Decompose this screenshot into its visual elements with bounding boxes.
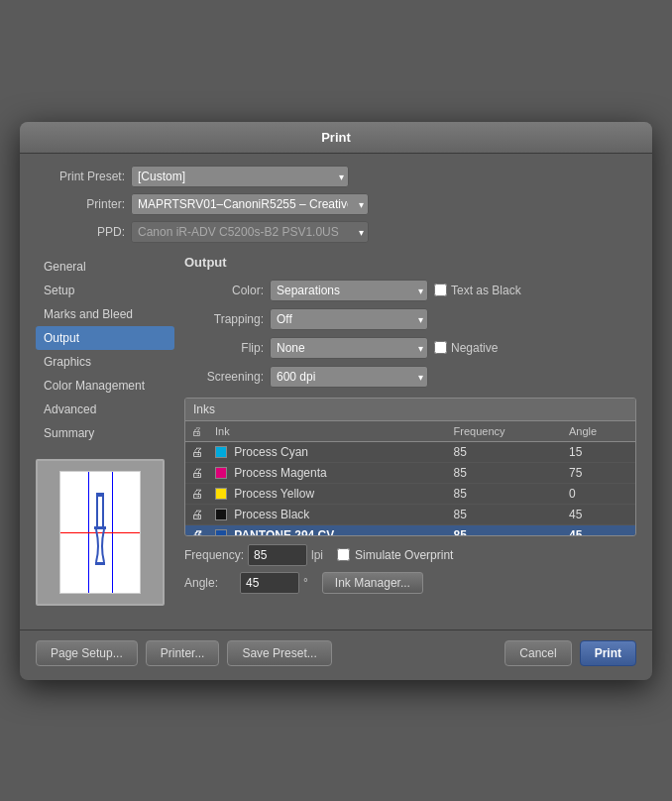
printer-button[interactable]: Printer... [146,640,220,666]
body-area: General Setup Marks and Bleed Output Gra… [36,255,636,606]
panel-title: Output [184,255,636,270]
angle-unit: ° [303,576,308,590]
save-preset-button[interactable]: Save Preset... [227,640,331,666]
angle-input[interactable] [240,572,299,594]
print-button[interactable]: Print [580,640,636,666]
ink-angle: 45 [563,504,635,524]
svg-rect-4 [95,562,105,565]
simulate-overprint-checkbox[interactable] [337,548,350,561]
inks-table-wrapper[interactable]: 🖨 Ink Frequency Angle 🖨 Process Cya [185,421,635,535]
simulate-overprint-label: Simulate Overprint [355,548,453,562]
ink-frequency: 85 [448,504,563,524]
print-preset-row: Print Preset: [Custom] [36,166,636,187]
ink-frequency: 85 [448,483,563,504]
output-fields: Color: Separations Text as Black [184,280,636,388]
printer-select[interactable]: MAPRTSRV01–CanoniR5255 – Creative [131,193,369,215]
print-dialog: Print Print Preset: [Custom] Printer: MA… [20,122,652,680]
page-setup-button[interactable]: Page Setup... [36,640,138,666]
color-row: Color: Separations Text as Black [184,280,636,301]
ink-angle: 0 [563,483,635,504]
sidebar-item-summary[interactable]: Summary [36,421,174,445]
right-panel: Output Color: Separations Text a [184,255,636,606]
ink-manager-button[interactable]: Ink Manager... [322,572,423,594]
sidebar-item-advanced[interactable]: Advanced [36,398,174,421]
color-select[interactable]: Separations [270,280,428,301]
inks-section: Inks 🖨 Ink Frequency Angle [184,398,636,536]
frequency-inline: Frequency: lpi [184,544,323,566]
text-as-black-checkbox[interactable] [434,284,447,296]
frequency-label: Frequency: [184,548,244,562]
screening-select-wrapper: 600 dpi [270,366,428,388]
sidebar-item-color-management[interactable]: Color Management [36,374,174,398]
negative-label[interactable]: Negative [434,341,498,355]
svg-rect-0 [96,493,104,497]
col-ink-header: Ink [209,421,448,442]
main-content: Print Preset: [Custom] Printer: MAPRTSRV… [20,154,652,614]
col-frequency-header: Frequency [448,421,563,442]
sidebar-item-graphics[interactable]: Graphics [36,350,174,374]
print-preview [36,459,165,606]
negative-checkbox[interactable] [434,341,447,354]
angle-label: Angle: [184,576,218,590]
ink-row[interactable]: 🖨 PANTONE 294 CV 85 45 [185,524,635,535]
sidebar-item-output[interactable]: Output [36,326,174,350]
trapping-select[interactable]: Off [270,308,428,330]
title-bar: Print [20,122,652,154]
ink-name: Process Yellow [209,483,448,504]
ppd-row: PPD: Canon iR-ADV C5200s-B2 PSV1.0US [36,221,636,243]
btn-group-left: Page Setup... Printer... Save Preset... [36,640,332,666]
ink-row[interactable]: 🖨 Process Black 85 45 [185,504,635,524]
angle-inline: Angle: ° [184,572,308,594]
flip-label: Flip: [184,341,264,355]
inks-table: 🖨 Ink Frequency Angle 🖨 Process Cya [185,421,635,535]
trapping-row: Trapping: Off [184,308,636,330]
ppd-select[interactable]: Canon iR-ADV C5200s-B2 PSV1.0US [131,221,369,243]
angle-inkmanager-area: Angle: ° Ink Manager... [184,572,636,594]
ink-row[interactable]: 🖨 Process Magenta 85 75 [185,462,635,483]
ink-swatch [215,446,227,458]
ink-swatch [215,529,227,534]
frequency-input[interactable] [248,544,307,566]
ink-row[interactable]: 🖨 Process Cyan 85 15 [185,441,635,462]
btn-group-right: Cancel Print [504,640,636,666]
ink-swatch [215,509,227,520]
ink-swatch [215,488,227,500]
ink-print-icon: 🖨 [185,504,209,524]
preview-page [59,471,141,594]
svg-rect-1 [96,497,98,526]
printer-wrapper: MAPRTSRV01–CanoniR5255 – Creative [131,193,369,215]
col-print-icon: 🖨 [185,421,209,442]
bottom-buttons: Page Setup... Printer... Save Preset... … [20,629,652,680]
print-preset-label: Print Preset: [36,170,125,183]
cancel-button[interactable]: Cancel [504,640,571,666]
sidebar-item-setup[interactable]: Setup [36,279,174,302]
flip-select[interactable]: None [270,337,428,359]
ink-frequency: 85 [448,462,563,483]
flip-row: Flip: None Negative [184,337,636,359]
ink-print-icon: 🖨 [185,483,209,504]
ink-row[interactable]: 🖨 Process Yellow 85 0 [185,483,635,504]
ink-name: Process Black [209,504,448,524]
svg-rect-2 [102,497,104,526]
freq-angle-area: Frequency: lpi Simulate Overprint [184,544,636,566]
preview-inner [38,461,163,604]
trapping-select-wrapper: Off [270,308,428,330]
ink-print-icon: 🖨 [185,524,209,535]
svg-rect-3 [94,526,106,529]
print-preset-select[interactable]: [Custom] [131,166,349,187]
ink-name: Process Magenta [209,462,448,483]
sidebar: General Setup Marks and Bleed Output Gra… [36,255,174,606]
trapping-label: Trapping: [184,312,264,326]
ink-angle: 45 [563,524,635,535]
text-as-black-label[interactable]: Text as Black [434,284,521,297]
sidebar-item-marks-and-bleed[interactable]: Marks and Bleed [36,302,174,326]
ink-angle: 75 [563,462,635,483]
ink-print-icon: 🖨 [185,441,209,462]
sidebar-item-general[interactable]: General [36,255,174,279]
color-label: Color: [184,284,264,297]
flip-select-wrapper: None [270,337,428,359]
top-fields: Print Preset: [Custom] Printer: MAPRTSRV… [36,166,636,243]
ink-name: PANTONE 294 CV [209,524,448,535]
ppd-label: PPD: [36,225,125,239]
screening-select[interactable]: 600 dpi [270,366,428,388]
